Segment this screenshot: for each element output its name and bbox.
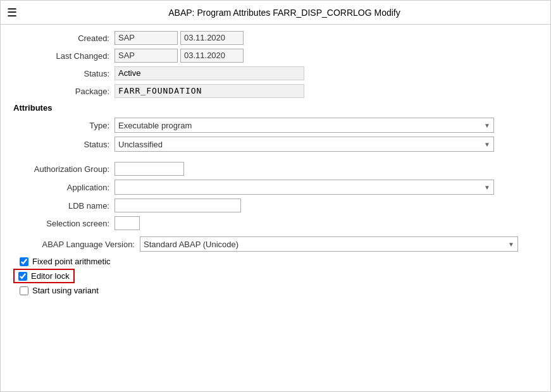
start-variant-row: Start using variant (13, 286, 538, 295)
editor-lock-label: Editor lock (31, 271, 70, 281)
attr-status-select[interactable]: Unclassified ▼ (115, 137, 494, 152)
application-label: Application: (13, 183, 115, 192)
package-field[interactable]: FARR_FOUNDATION (115, 84, 304, 98)
type-select-arrow-icon: ▼ (484, 122, 490, 129)
created-user-field[interactable]: SAP (115, 31, 178, 45)
package-label: Package: (13, 87, 115, 96)
ldb-field[interactable] (115, 199, 241, 212)
last-changed-date-field[interactable]: 03.11.2020 (180, 49, 244, 63)
menu-icon[interactable]: ☰ (7, 6, 17, 20)
editor-lock-checkbox[interactable] (18, 272, 27, 281)
abap-version-select[interactable]: Standard ABAP (Unicode) ▼ (140, 236, 518, 252)
attributes-section-header: Attributes (13, 103, 538, 113)
sel-screen-field[interactable] (115, 216, 140, 230)
type-label: Type: (13, 121, 115, 130)
created-label: Created: (13, 34, 115, 43)
type-select[interactable]: Executable program ▼ (115, 118, 494, 133)
page-title: ABAP: Program Attributes FARR_DISP_CORRL… (25, 8, 544, 18)
start-variant-checkbox[interactable] (20, 286, 28, 295)
ldb-label: LDB name: (13, 201, 115, 211)
abap-version-arrow-icon: ▼ (508, 241, 514, 248)
abap-version-value: Standard ABAP (Unicode) (144, 240, 238, 249)
created-date-field[interactable]: 03.11.2020 (180, 31, 244, 45)
fixed-point-checkbox[interactable] (20, 257, 28, 266)
auth-group-label: Authorization Group: (13, 164, 115, 174)
attr-status-select-value: Unclassified (118, 140, 163, 149)
editor-lock-row: Editor lock (13, 269, 75, 283)
type-select-value: Executable program (118, 121, 192, 130)
status-field: Active (115, 66, 304, 80)
fixed-point-row: Fixed point arithmetic (13, 257, 538, 266)
attr-status-arrow-icon: ▼ (484, 141, 490, 148)
application-arrow-icon: ▼ (484, 184, 490, 191)
application-select[interactable]: ▼ (115, 180, 494, 195)
last-changed-label: Last Changed: (13, 51, 115, 61)
start-variant-label: Start using variant (32, 286, 99, 295)
last-changed-user-field[interactable]: SAP (115, 49, 178, 63)
fixed-point-label: Fixed point arithmetic (32, 257, 111, 266)
abap-version-label: ABAP Language Version: (13, 240, 140, 249)
status-label: Status: (13, 69, 115, 78)
attr-status-label: Status: (13, 140, 115, 149)
sel-screen-label: Selection screen: (13, 219, 115, 228)
auth-group-field[interactable] (115, 162, 184, 176)
